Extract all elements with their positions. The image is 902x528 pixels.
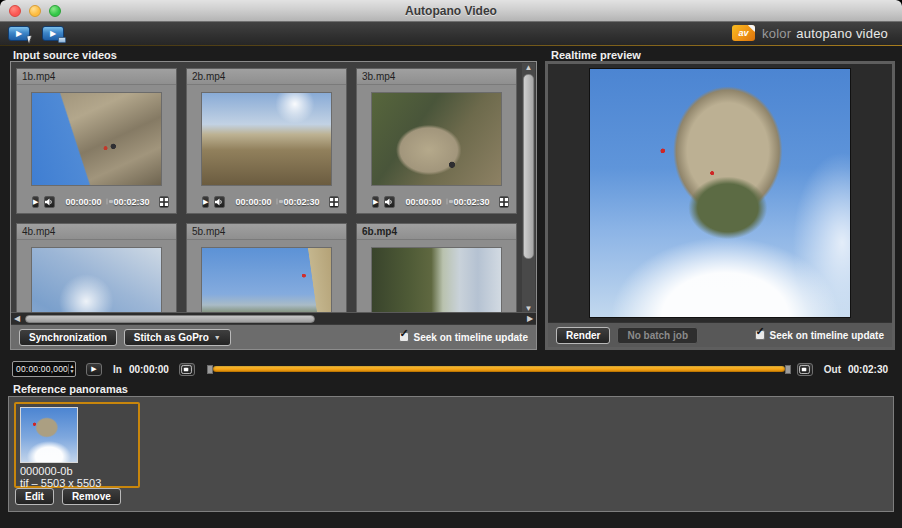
speed-slider[interactable]	[276, 198, 278, 205]
scroll-left-icon[interactable]: ◀	[11, 314, 23, 323]
play-button[interactable]: ▶	[32, 196, 39, 208]
check-icon: ✓	[756, 325, 765, 338]
product-text: autopano video	[796, 26, 888, 41]
video-card[interactable]: 3b.mp4 ▶ 00:00:00 00:02:30	[356, 68, 517, 214]
stitch-as-gopro-button[interactable]: Stitch as GoPro ▼	[124, 329, 231, 346]
seek-checkbox[interactable]: ✓	[399, 332, 409, 342]
video-name: 6b.mp4	[357, 224, 516, 240]
video-name: 2b.mp4	[187, 69, 346, 85]
scroll-right-icon[interactable]: ▶	[524, 314, 536, 323]
timeline-range-bar[interactable]	[213, 366, 785, 372]
audio-button[interactable]	[214, 196, 225, 208]
out-handle[interactable]	[785, 365, 791, 374]
remove-button[interactable]: Remove	[62, 488, 121, 505]
add-videos-icon[interactable]: ▶	[42, 26, 64, 41]
speed-slider[interactable]	[446, 198, 448, 205]
open-videos-icon[interactable]: ▶	[8, 26, 30, 41]
video-thumbnail	[31, 92, 162, 186]
video-card[interactable]: 2b.mp4 ▶ 00:00:00 00:02:30	[186, 68, 347, 214]
fullscreen-button[interactable]	[159, 196, 169, 208]
brand-logo: av kolorautopano video	[732, 25, 888, 41]
vertical-scrollbar[interactable]: ▲ ▼	[522, 63, 535, 312]
play-button[interactable]: ▶	[372, 196, 379, 208]
seek-checkbox[interactable]: ✓	[755, 330, 765, 340]
in-value: 00:00:00	[129, 364, 169, 375]
audio-button[interactable]	[44, 196, 55, 208]
close-window-icon[interactable]	[9, 5, 21, 17]
video-end-time: 00:02:30	[113, 197, 149, 207]
realtime-preview-panel: Render No batch job ✓ Seek on timeline u…	[545, 61, 895, 350]
fullscreen-button[interactable]	[329, 196, 339, 208]
toolbar: ▶ ▶ av kolorautopano video	[0, 22, 902, 45]
brand-text: kolorautopano video	[762, 26, 888, 41]
reference-panel-title: Reference panoramas	[13, 383, 128, 395]
speed-slider[interactable]	[106, 198, 108, 205]
reference-panorama-item[interactable]: 000000-0b tif – 5503 x 5503	[14, 402, 140, 488]
video-name: 1b.mp4	[17, 69, 176, 85]
synchronization-button[interactable]: Synchronization	[19, 329, 117, 346]
scroll-down-icon[interactable]: ▼	[525, 304, 533, 312]
reference-panoramas-panel: 000000-0b tif – 5503 x 5503 Edit Remove	[8, 396, 894, 512]
timecode-value: 00:00:00,000	[13, 364, 68, 374]
reference-thumbnail	[20, 407, 78, 463]
preview-area	[548, 64, 892, 322]
check-icon: ✓	[400, 327, 409, 340]
preview-panel-toolbar: Render No batch job ✓ Seek on timeline u…	[548, 322, 892, 347]
timeline-bar: 00:00:00,000 ▲▼ ▶ In 00:00:00 Out 00:02:…	[0, 358, 902, 380]
in-label: In	[113, 364, 122, 375]
set-out-point-button[interactable]	[797, 363, 813, 376]
preview-panel-title: Realtime preview	[551, 49, 641, 61]
titlebar[interactable]: Autopano Video	[0, 0, 902, 22]
window-title: Autopano Video	[405, 4, 497, 18]
window-overlay-icon	[58, 37, 66, 43]
scrollbar-thumb[interactable]	[25, 315, 315, 323]
timecode-spinner[interactable]: 00:00:00,000 ▲▼	[12, 361, 76, 377]
fullscreen-button[interactable]	[499, 196, 509, 208]
minimize-window-icon[interactable]	[29, 5, 41, 17]
horizontal-scrollbar[interactable]: ◀ ▶	[11, 312, 536, 324]
video-start-time: 00:00:00	[235, 197, 271, 207]
spin-down-icon[interactable]: ▼	[70, 369, 75, 374]
seek-checkbox-label: Seek on timeline update	[770, 330, 884, 341]
video-end-time: 00:02:30	[283, 197, 319, 207]
video-start-time: 00:00:00	[65, 197, 101, 207]
render-button[interactable]: Render	[556, 327, 610, 344]
video-name: 3b.mp4	[357, 69, 516, 85]
video-thumbnail	[31, 247, 162, 312]
cursor-overlay-icon	[27, 36, 32, 44]
seek-checkbox-wrap[interactable]: ✓ Seek on timeline update	[755, 330, 884, 341]
reference-name: 000000-0b	[20, 465, 134, 477]
stitch-button-label: Stitch as GoPro	[134, 332, 209, 343]
scroll-up-icon[interactable]: ▲	[525, 63, 533, 74]
video-card[interactable]: 4b.mp4 ▶ 00:00:00	[16, 223, 177, 312]
zoom-window-icon[interactable]	[49, 5, 61, 17]
video-thumbnail	[371, 92, 502, 186]
out-label: Out	[824, 364, 841, 375]
reference-buttons: Edit Remove	[15, 488, 121, 505]
app-window: Autopano Video ▶ ▶ av kolorautopano vide…	[0, 0, 902, 528]
video-card[interactable]: 1b.mp4 ▶ 00:00:00 00:02:30	[16, 68, 177, 214]
input-source-panel: 1b.mp4 ▶ 00:00:00 00:02:30 2b.mp4 ▶	[10, 61, 537, 350]
edit-button[interactable]: Edit	[15, 488, 54, 505]
video-thumbnail	[201, 92, 332, 186]
kolor-text: kolor	[762, 26, 791, 41]
video-card[interactable]: 6b.mp4 ▶ 00:00:00	[356, 223, 517, 312]
play-button[interactable]: ▶	[202, 196, 209, 208]
timeline-track[interactable]	[207, 365, 791, 374]
out-value: 00:02:30	[848, 364, 888, 375]
seek-checkbox-wrap[interactable]: ✓ Seek on timeline update	[399, 332, 528, 343]
set-in-point-button[interactable]	[179, 363, 195, 376]
video-card[interactable]: 5b.mp4 ▶ 00:00:00	[186, 223, 347, 312]
play-glyph: ▶	[16, 30, 22, 38]
video-end-time: 00:02:30	[453, 197, 489, 207]
spinner-arrows[interactable]: ▲▼	[68, 364, 75, 374]
scrollbar-thumb[interactable]	[523, 74, 534, 259]
timeline-play-button[interactable]: ▶	[86, 363, 102, 376]
video-thumbnail	[201, 247, 332, 312]
traffic-lights	[9, 5, 61, 17]
audio-button[interactable]	[384, 196, 395, 208]
no-batch-job-button: No batch job	[617, 327, 698, 344]
autopano-video-badge-icon: av	[732, 25, 755, 41]
video-thumbnail	[371, 247, 502, 312]
video-start-time: 00:00:00	[405, 197, 441, 207]
